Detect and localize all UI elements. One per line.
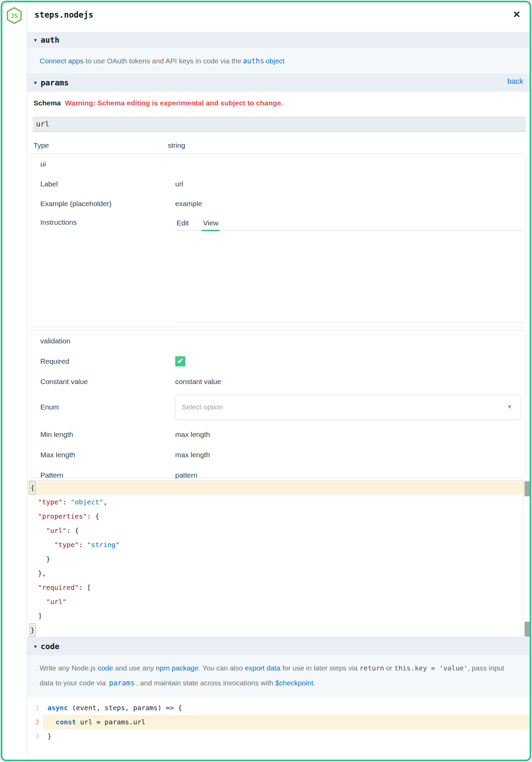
code-line-content: } — [43, 729, 531, 743]
chevron-down-icon: ▼ — [507, 404, 512, 410]
inline-link[interactable]: export data — [245, 664, 281, 672]
code-token: } — [30, 555, 50, 563]
schema-json-line: { — [27, 481, 531, 495]
example-row-value[interactable]: example — [175, 200, 202, 208]
min-length-row: Min length max length — [40, 429, 521, 440]
code-token: : { — [66, 526, 79, 535]
ui-box: ui Label url Example (placeholder) examp… — [30, 154, 526, 327]
code-token: "object" — [70, 498, 103, 506]
code-token — [30, 498, 38, 506]
schema-heading-row: Schema Warning: Schema editing is experi… — [34, 97, 531, 109]
max-length-field[interactable]: max length — [175, 451, 210, 459]
inline-link[interactable]: auths — [241, 57, 265, 65]
inline-link[interactable]: npm package — [156, 664, 199, 672]
code-token — [30, 583, 38, 591]
code-token: (event, steps, params) => { — [68, 704, 182, 712]
inline-link[interactable]: Connect apps — [40, 57, 84, 65]
required-checkbox[interactable]: ✔ — [175, 356, 185, 366]
code-token: async — [47, 704, 68, 712]
max-length-label: Max length — [40, 451, 175, 459]
code-token: : — [79, 541, 87, 549]
min-length-field[interactable]: max length — [175, 430, 210, 439]
text-segment: return — [360, 664, 384, 672]
label-row-value[interactable]: url — [175, 180, 183, 188]
auth-section-header[interactable]: ▼ auth — [27, 32, 531, 48]
code-token: "properties" — [38, 512, 87, 520]
step-title: steps.nodejs — [35, 10, 93, 20]
code-line: 2 const url = params.url — [27, 715, 531, 729]
nodejs-js-icon: JS — [6, 7, 22, 24]
schema-json-line: "type": "object", — [27, 495, 531, 509]
schema-warning: Warning: Schema editing is experimental … — [65, 99, 283, 107]
text-segment: , and maintain state across invocations … — [136, 679, 275, 687]
line-number: 2 — [27, 715, 43, 729]
chevron-down-icon: ▼ — [33, 38, 38, 43]
type-row: Type string — [27, 140, 531, 151]
close-icon[interactable]: ✕ — [513, 10, 520, 19]
code-token: url = params.url — [76, 718, 145, 726]
auth-section-label: auth — [41, 36, 59, 44]
schema-heading: Schema — [34, 99, 61, 107]
param-name-input[interactable] — [33, 116, 526, 132]
code-section-header[interactable]: ▼ code — [27, 638, 531, 655]
line-number: 3 — [27, 729, 43, 743]
pattern-field[interactable]: pattern — [175, 471, 197, 479]
editor-scrollbar-track[interactable] — [523, 481, 531, 637]
params-section-label: params — [41, 78, 69, 87]
text-segment: to use OAuth tokens and API keys in code… — [84, 57, 242, 65]
inline-link[interactable]: object — [266, 57, 285, 65]
code-token: "url" — [46, 526, 66, 535]
constant-value-field[interactable]: constant value — [175, 378, 221, 386]
code-line-content: async (event, steps, params) => { — [43, 701, 531, 715]
code-token: { — [30, 481, 35, 494]
enum-select[interactable]: Select option ▼ — [175, 395, 521, 420]
tab-view[interactable]: View — [202, 218, 220, 231]
constant-value-row: Constant value constant value — [40, 376, 521, 387]
code-token — [47, 718, 56, 726]
type-value[interactable]: string — [168, 141, 185, 149]
scrollbar-thumb[interactable] — [525, 481, 530, 496]
schema-json-line: }, — [27, 566, 531, 580]
text-segment: for use in later steps via — [281, 664, 360, 672]
text-segment: this.key = 'value' — [394, 664, 468, 672]
code-token — [30, 541, 54, 549]
label-row: Label url — [40, 179, 526, 189]
pattern-label: Pattern — [40, 471, 175, 479]
example-row: Example (placeholder) example — [40, 199, 526, 209]
schema-json-line: "type": "string" — [27, 538, 531, 552]
tab-edit[interactable]: Edit — [175, 218, 190, 230]
nodejs-code-editor[interactable]: 1async (event, steps, params) => {2 cons… — [27, 697, 531, 743]
inline-link[interactable]: params — [108, 679, 136, 687]
validation-box-label: validation — [40, 337, 521, 346]
code-section-label: code — [41, 642, 59, 651]
schema-json-editor[interactable]: { "type": "object", "properties": { "url… — [27, 480, 531, 638]
code-token: }, — [30, 569, 46, 577]
schema-json-line: "url" — [27, 595, 531, 609]
code-token: const — [56, 718, 76, 726]
instructions-label: Instructions — [40, 218, 175, 226]
schema-json-line: "properties": { — [27, 509, 531, 523]
required-label: Required — [40, 357, 175, 365]
required-row: Required ✔ — [40, 356, 521, 367]
svg-text:JS: JS — [11, 13, 17, 19]
code-token: : [ — [79, 583, 91, 591]
code-token: ] — [30, 612, 42, 620]
enum-row: Enum Select option ▼ — [40, 395, 521, 420]
inline-link[interactable]: $checkpoint — [275, 679, 313, 687]
example-row-label: Example (placeholder) — [40, 200, 175, 208]
validation-box: validation Required ✔ Constant value con… — [30, 330, 526, 478]
code-token: : — [62, 498, 70, 506]
scrollbar-thumb[interactable] — [525, 622, 530, 637]
code-line: 1async (event, steps, params) => { — [27, 701, 531, 715]
inline-link[interactable]: code — [98, 664, 113, 672]
back-link[interactable]: back — [508, 77, 523, 86]
line-number: 1 — [27, 701, 43, 715]
code-token: "type" — [38, 498, 62, 506]
instructions-view-panel[interactable] — [175, 231, 524, 323]
auth-description: Connect apps to use OAuth tokens and API… — [27, 48, 531, 74]
min-length-label: Min length — [40, 430, 175, 439]
params-section-header[interactable]: ▼ params back — [27, 74, 531, 92]
text-segment: or — [384, 664, 394, 672]
text-segment: and use any — [113, 664, 156, 672]
instructions-row: Instructions Edit View — [40, 218, 526, 228]
